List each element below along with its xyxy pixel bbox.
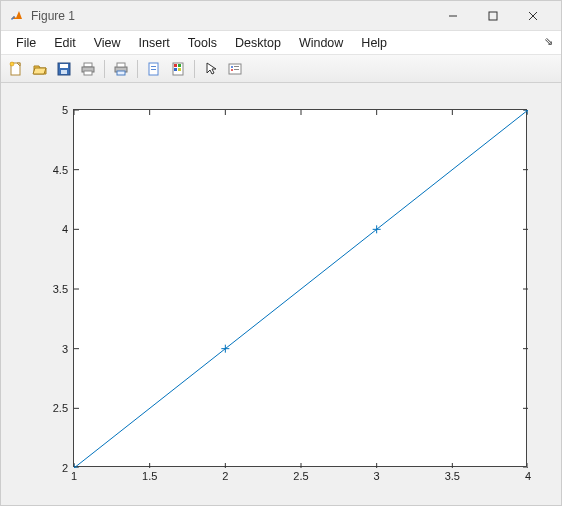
svg-rect-10 xyxy=(84,63,92,67)
svg-rect-15 xyxy=(117,71,125,75)
svg-rect-27 xyxy=(234,66,239,67)
x-tick-label: 3.5 xyxy=(445,470,460,482)
menu-desktop[interactable]: Desktop xyxy=(226,33,290,53)
open-icon[interactable] xyxy=(29,58,51,80)
data-cursor-icon[interactable] xyxy=(143,58,165,80)
x-tick-label: 3 xyxy=(374,470,380,482)
x-tick-label: 2.5 xyxy=(293,470,308,482)
window-title: Figure 1 xyxy=(31,9,75,23)
dock-arrow-icon[interactable]: ⇘ xyxy=(544,35,553,48)
y-tick-label: 3 xyxy=(62,343,68,355)
matlab-app-icon xyxy=(9,8,25,24)
save-icon[interactable] xyxy=(53,58,75,80)
svg-rect-21 xyxy=(178,64,181,67)
menu-edit[interactable]: Edit xyxy=(45,33,85,53)
menubar: File Edit View Insert Tools Desktop Wind… xyxy=(1,31,561,55)
menu-view[interactable]: View xyxy=(85,33,130,53)
menu-tools[interactable]: Tools xyxy=(179,33,226,53)
close-button[interactable] xyxy=(513,1,553,31)
menu-window[interactable]: Window xyxy=(290,33,352,53)
new-figure-icon[interactable] xyxy=(5,58,27,80)
y-tick-label: 3.5 xyxy=(53,283,68,295)
menu-file[interactable]: File xyxy=(7,33,45,53)
window-titlebar: Figure 1 xyxy=(1,1,561,31)
x-tick-label: 2 xyxy=(222,470,228,482)
svg-rect-20 xyxy=(174,64,177,67)
svg-rect-1 xyxy=(489,12,497,20)
x-tick-label: 4 xyxy=(525,470,531,482)
toolbar xyxy=(1,55,561,83)
y-tick-label: 5 xyxy=(62,104,68,116)
axes-area[interactable]: 22.533.544.5511.522.533.54 xyxy=(73,109,527,467)
menu-help[interactable]: Help xyxy=(352,33,396,53)
toolbar-separator xyxy=(104,60,105,78)
plot-svg xyxy=(74,110,528,468)
figure-canvas[interactable]: 22.533.544.5511.522.533.54 xyxy=(1,83,561,505)
svg-rect-22 xyxy=(174,68,177,71)
svg-rect-9 xyxy=(61,70,67,74)
print-icon[interactable] xyxy=(77,58,99,80)
toolbar-separator xyxy=(137,60,138,78)
y-tick-label: 2 xyxy=(62,462,68,474)
toolbar-separator xyxy=(194,60,195,78)
svg-rect-23 xyxy=(178,68,181,71)
insert-legend-icon[interactable] xyxy=(224,58,246,80)
line-series xyxy=(74,110,528,468)
svg-rect-12 xyxy=(84,71,92,75)
y-tick-label: 2.5 xyxy=(53,402,68,414)
menu-insert[interactable]: Insert xyxy=(130,33,179,53)
x-tick-label: 1.5 xyxy=(142,470,157,482)
colorbar-icon[interactable] xyxy=(167,58,189,80)
y-tick-label: 4.5 xyxy=(53,164,68,176)
maximize-button[interactable] xyxy=(473,1,513,31)
page-setup-icon[interactable] xyxy=(110,58,132,80)
svg-rect-28 xyxy=(234,69,239,70)
minimize-button[interactable] xyxy=(433,1,473,31)
x-tick-label: 1 xyxy=(71,470,77,482)
svg-rect-18 xyxy=(151,69,156,70)
svg-point-6 xyxy=(10,62,14,66)
svg-rect-14 xyxy=(117,63,125,67)
y-tick-label: 4 xyxy=(62,223,68,235)
svg-rect-17 xyxy=(151,66,156,67)
svg-rect-8 xyxy=(60,64,68,68)
pointer-icon[interactable] xyxy=(200,58,222,80)
